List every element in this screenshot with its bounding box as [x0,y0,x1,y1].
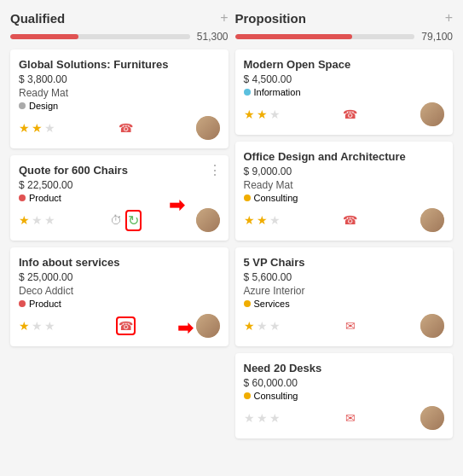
card-stars: ★★★ [19,121,55,135]
tag-dot [244,89,251,96]
card-title: Need 20 Desks [244,362,445,374]
card-tag: Product [19,299,220,309]
tag-dot [19,300,26,307]
kanban-card[interactable]: Global Solutions: Furnitures$ 3,800.00Re… [10,49,229,148]
star-icon[interactable]: ★ [257,319,268,333]
card-title: 5 VP Chairs [244,256,445,269]
star-icon[interactable]: ★ [32,213,43,227]
kanban-card[interactable]: Need 20 Desks$ 60,000.00Consulting★★★✉ [235,353,454,438]
star-icon[interactable]: ★ [19,213,30,227]
card-amount: $ 4,500.00 [244,73,445,85]
kanban-card[interactable]: Office Design and Architecture$ 9,000.00… [235,142,454,241]
star-icon[interactable]: ★ [269,319,281,333]
refresh-icon: ↻ [128,212,139,229]
star-icon[interactable]: ★ [244,213,255,227]
star-icon[interactable]: ★ [19,319,30,333]
phone-icon: ☎ [343,107,357,121]
card-footer: ★★★☎ [244,208,445,232]
card-footer: ★★★☎ [244,102,445,126]
column-header: Proposition+ [235,10,454,26]
kanban-board: Qualified+51,300Global Solutions: Furnit… [0,0,463,456]
card-actions: ☎ [343,107,357,121]
star-icon[interactable]: ★ [269,107,281,121]
column-add-button[interactable]: + [220,10,228,26]
tag-label: Information [254,87,301,97]
card-footer: ★★★☎ [19,116,220,140]
card-actions: ✉ [345,319,356,333]
card-footer: ★★★⏱↻ [19,208,220,232]
tag-dot [244,194,251,201]
star-icon[interactable]: ★ [44,319,55,333]
phone-action[interactable]: ☎ [343,107,357,121]
card-title: Modern Open Space [244,58,445,71]
avatar [420,314,444,338]
phone-action[interactable]: ☎ [119,121,133,135]
star-icon[interactable]: ★ [269,411,281,425]
card-actions: ✉ [345,411,356,425]
avatar [196,314,220,338]
phone-icon: ☎ [119,319,133,333]
column-title: Proposition [235,11,306,26]
star-icon[interactable]: ★ [257,213,268,227]
card-stars: ★★★ [244,319,281,333]
star-icon[interactable]: ★ [244,411,255,425]
star-icon[interactable]: ★ [32,319,43,333]
star-icon[interactable]: ★ [269,213,281,227]
avatar [196,208,220,232]
card-title: Quote for 600 Chairs [19,164,220,177]
avatar-image [420,406,444,430]
card-title: Info about services [19,256,220,269]
kanban-card[interactable]: Modern Open Space$ 4,500.00Information★★… [235,49,454,135]
star-icon[interactable]: ★ [44,213,55,227]
avatar [420,406,444,430]
card-tag: Consulting [244,193,445,203]
column-title: Qualified [10,11,65,26]
card-stars: ★★★ [19,319,55,333]
star-icon[interactable]: ★ [44,121,55,135]
tag-label: Services [254,299,290,309]
card-actions: ☎ [116,316,136,335]
kanban-card[interactable]: Info about services$ 25,000.00Deco Addic… [10,247,229,346]
card-amount: $ 3,800.00 [19,73,220,85]
progress-bar-background [235,34,415,39]
avatar-image [196,314,220,338]
card-tag: Information [244,87,445,97]
avatar-image [420,314,444,338]
card-company: Ready Mat [244,179,445,191]
email-action[interactable]: ✉ [345,411,356,425]
star-icon[interactable]: ★ [32,121,43,135]
card-tag: Product [19,193,220,203]
refresh-action-highlighted[interactable]: ↻ [125,210,142,231]
star-icon[interactable]: ★ [257,107,268,121]
avatar-image [420,102,444,126]
avatar [420,208,444,232]
column-amount: 79,100 [421,31,453,43]
tag-dot [19,102,26,109]
star-icon[interactable]: ★ [244,319,255,333]
card-footer: ★★★✉ [244,314,445,338]
card-company: Azure Interior [244,285,445,297]
progress-bar-fill [235,34,352,39]
email-action[interactable]: ✉ [345,319,356,333]
card-title: Global Solutions: Furnitures [19,58,220,71]
avatar [420,102,444,126]
card-tag: Design [19,101,220,111]
card-amount: $ 5,600.00 [244,271,445,283]
column-add-button[interactable]: + [445,10,453,26]
tag-dot [244,300,251,307]
card-menu-button[interactable]: ⋮ [208,162,222,178]
column-header: Qualified+ [10,10,229,26]
kanban-card[interactable]: ⋮Quote for 600 Chairs$ 22,500.00Product★… [10,155,229,241]
card-stars: ★★★ [244,411,281,425]
red-arrow-indicator: ➡ [177,317,193,340]
phone-action-highlighted[interactable]: ☎ [116,316,136,335]
star-icon[interactable]: ★ [257,411,268,425]
star-icon[interactable]: ★ [244,107,255,121]
kanban-card[interactable]: 5 VP Chairs$ 5,600.00Azure InteriorServi… [235,247,454,346]
red-arrow-indicator: ➡ [169,194,184,217]
card-amount: $ 25,000.00 [19,271,220,283]
phone-action[interactable]: ☎ [343,213,357,227]
phone-icon: ☎ [343,213,357,227]
star-icon[interactable]: ★ [19,121,30,135]
card-title: Office Design and Architecture [244,150,445,163]
